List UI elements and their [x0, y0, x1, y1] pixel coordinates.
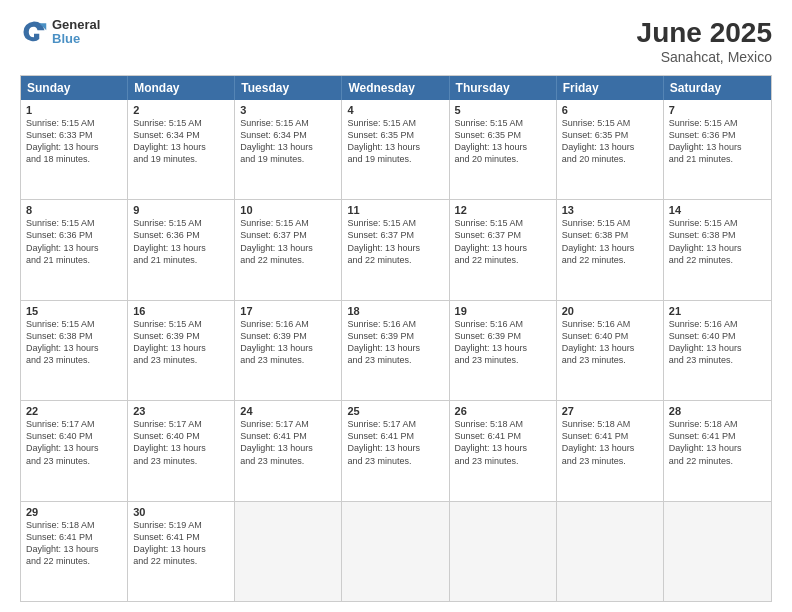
- cell-info: Sunrise: 5:15 AM Sunset: 6:35 PM Dayligh…: [562, 117, 658, 166]
- calendar-cell: 7Sunrise: 5:15 AM Sunset: 6:36 PM Daylig…: [664, 100, 771, 199]
- day-number: 23: [133, 405, 229, 417]
- calendar-cell: 30Sunrise: 5:19 AM Sunset: 6:41 PM Dayli…: [128, 502, 235, 601]
- day-number: 16: [133, 305, 229, 317]
- day-number: 26: [455, 405, 551, 417]
- cell-info: Sunrise: 5:15 AM Sunset: 6:37 PM Dayligh…: [240, 217, 336, 266]
- calendar-header: SundayMondayTuesdayWednesdayThursdayFrid…: [21, 76, 771, 100]
- page: General Blue June 2025 Sanahcat, Mexico …: [0, 0, 792, 612]
- cell-info: Sunrise: 5:15 AM Sunset: 6:35 PM Dayligh…: [347, 117, 443, 166]
- day-number: 3: [240, 104, 336, 116]
- day-number: 17: [240, 305, 336, 317]
- calendar-cell: [450, 502, 557, 601]
- calendar-cell: [664, 502, 771, 601]
- day-number: 7: [669, 104, 766, 116]
- cell-info: Sunrise: 5:15 AM Sunset: 6:37 PM Dayligh…: [455, 217, 551, 266]
- calendar-cell: 17Sunrise: 5:16 AM Sunset: 6:39 PM Dayli…: [235, 301, 342, 400]
- cell-info: Sunrise: 5:18 AM Sunset: 6:41 PM Dayligh…: [455, 418, 551, 467]
- day-number: 4: [347, 104, 443, 116]
- calendar-cell: 23Sunrise: 5:17 AM Sunset: 6:40 PM Dayli…: [128, 401, 235, 500]
- day-number: 1: [26, 104, 122, 116]
- day-number: 15: [26, 305, 122, 317]
- calendar-row: 1Sunrise: 5:15 AM Sunset: 6:33 PM Daylig…: [21, 100, 771, 199]
- day-number: 21: [669, 305, 766, 317]
- day-number: 18: [347, 305, 443, 317]
- calendar-cell: 11Sunrise: 5:15 AM Sunset: 6:37 PM Dayli…: [342, 200, 449, 299]
- calendar-cell: 29Sunrise: 5:18 AM Sunset: 6:41 PM Dayli…: [21, 502, 128, 601]
- cell-info: Sunrise: 5:18 AM Sunset: 6:41 PM Dayligh…: [562, 418, 658, 467]
- logo-line2: Blue: [52, 32, 100, 46]
- cell-info: Sunrise: 5:17 AM Sunset: 6:41 PM Dayligh…: [347, 418, 443, 467]
- cell-info: Sunrise: 5:15 AM Sunset: 6:37 PM Dayligh…: [347, 217, 443, 266]
- calendar-cell: [557, 502, 664, 601]
- cell-info: Sunrise: 5:16 AM Sunset: 6:39 PM Dayligh…: [347, 318, 443, 367]
- day-number: 11: [347, 204, 443, 216]
- cell-info: Sunrise: 5:17 AM Sunset: 6:40 PM Dayligh…: [133, 418, 229, 467]
- day-number: 14: [669, 204, 766, 216]
- weekday-header: Thursday: [450, 76, 557, 100]
- day-number: 22: [26, 405, 122, 417]
- calendar-cell: 26Sunrise: 5:18 AM Sunset: 6:41 PM Dayli…: [450, 401, 557, 500]
- day-number: 27: [562, 405, 658, 417]
- day-number: 28: [669, 405, 766, 417]
- cell-info: Sunrise: 5:15 AM Sunset: 6:34 PM Dayligh…: [240, 117, 336, 166]
- cell-info: Sunrise: 5:15 AM Sunset: 6:38 PM Dayligh…: [26, 318, 122, 367]
- calendar-cell: 15Sunrise: 5:15 AM Sunset: 6:38 PM Dayli…: [21, 301, 128, 400]
- calendar-cell: 9Sunrise: 5:15 AM Sunset: 6:36 PM Daylig…: [128, 200, 235, 299]
- weekday-header: Monday: [128, 76, 235, 100]
- calendar-row: 29Sunrise: 5:18 AM Sunset: 6:41 PM Dayli…: [21, 501, 771, 601]
- calendar-cell: 10Sunrise: 5:15 AM Sunset: 6:37 PM Dayli…: [235, 200, 342, 299]
- cell-info: Sunrise: 5:18 AM Sunset: 6:41 PM Dayligh…: [669, 418, 766, 467]
- cell-info: Sunrise: 5:15 AM Sunset: 6:36 PM Dayligh…: [669, 117, 766, 166]
- day-number: 6: [562, 104, 658, 116]
- cell-info: Sunrise: 5:15 AM Sunset: 6:35 PM Dayligh…: [455, 117, 551, 166]
- calendar-cell: 21Sunrise: 5:16 AM Sunset: 6:40 PM Dayli…: [664, 301, 771, 400]
- day-number: 29: [26, 506, 122, 518]
- calendar-row: 15Sunrise: 5:15 AM Sunset: 6:38 PM Dayli…: [21, 300, 771, 400]
- weekday-header: Saturday: [664, 76, 771, 100]
- cell-info: Sunrise: 5:15 AM Sunset: 6:36 PM Dayligh…: [26, 217, 122, 266]
- calendar-cell: 28Sunrise: 5:18 AM Sunset: 6:41 PM Dayli…: [664, 401, 771, 500]
- day-number: 8: [26, 204, 122, 216]
- weekday-header: Sunday: [21, 76, 128, 100]
- cell-info: Sunrise: 5:15 AM Sunset: 6:38 PM Dayligh…: [562, 217, 658, 266]
- calendar-cell: 2Sunrise: 5:15 AM Sunset: 6:34 PM Daylig…: [128, 100, 235, 199]
- cell-info: Sunrise: 5:16 AM Sunset: 6:39 PM Dayligh…: [455, 318, 551, 367]
- header: General Blue June 2025 Sanahcat, Mexico: [20, 18, 772, 65]
- calendar-cell: 8Sunrise: 5:15 AM Sunset: 6:36 PM Daylig…: [21, 200, 128, 299]
- day-number: 24: [240, 405, 336, 417]
- cell-info: Sunrise: 5:15 AM Sunset: 6:39 PM Dayligh…: [133, 318, 229, 367]
- cell-info: Sunrise: 5:15 AM Sunset: 6:34 PM Dayligh…: [133, 117, 229, 166]
- calendar-cell: 24Sunrise: 5:17 AM Sunset: 6:41 PM Dayli…: [235, 401, 342, 500]
- cell-info: Sunrise: 5:19 AM Sunset: 6:41 PM Dayligh…: [133, 519, 229, 568]
- day-number: 12: [455, 204, 551, 216]
- calendar-cell: 5Sunrise: 5:15 AM Sunset: 6:35 PM Daylig…: [450, 100, 557, 199]
- day-number: 9: [133, 204, 229, 216]
- calendar-title: June 2025: [637, 18, 772, 49]
- logo: General Blue: [20, 18, 100, 47]
- day-number: 2: [133, 104, 229, 116]
- calendar-cell: [235, 502, 342, 601]
- weekday-header: Friday: [557, 76, 664, 100]
- cell-info: Sunrise: 5:17 AM Sunset: 6:40 PM Dayligh…: [26, 418, 122, 467]
- calendar-cell: 3Sunrise: 5:15 AM Sunset: 6:34 PM Daylig…: [235, 100, 342, 199]
- calendar: SundayMondayTuesdayWednesdayThursdayFrid…: [20, 75, 772, 602]
- calendar-cell: 4Sunrise: 5:15 AM Sunset: 6:35 PM Daylig…: [342, 100, 449, 199]
- calendar-cell: 1Sunrise: 5:15 AM Sunset: 6:33 PM Daylig…: [21, 100, 128, 199]
- logo-icon: [20, 18, 48, 46]
- cell-info: Sunrise: 5:18 AM Sunset: 6:41 PM Dayligh…: [26, 519, 122, 568]
- calendar-cell: 27Sunrise: 5:18 AM Sunset: 6:41 PM Dayli…: [557, 401, 664, 500]
- calendar-cell: 20Sunrise: 5:16 AM Sunset: 6:40 PM Dayli…: [557, 301, 664, 400]
- cell-info: Sunrise: 5:15 AM Sunset: 6:36 PM Dayligh…: [133, 217, 229, 266]
- title-block: June 2025 Sanahcat, Mexico: [637, 18, 772, 65]
- day-number: 25: [347, 405, 443, 417]
- day-number: 10: [240, 204, 336, 216]
- calendar-subtitle: Sanahcat, Mexico: [637, 49, 772, 65]
- logo-line1: General: [52, 18, 100, 32]
- cell-info: Sunrise: 5:17 AM Sunset: 6:41 PM Dayligh…: [240, 418, 336, 467]
- calendar-row: 8Sunrise: 5:15 AM Sunset: 6:36 PM Daylig…: [21, 199, 771, 299]
- cell-info: Sunrise: 5:15 AM Sunset: 6:33 PM Dayligh…: [26, 117, 122, 166]
- cell-info: Sunrise: 5:16 AM Sunset: 6:39 PM Dayligh…: [240, 318, 336, 367]
- calendar-row: 22Sunrise: 5:17 AM Sunset: 6:40 PM Dayli…: [21, 400, 771, 500]
- day-number: 30: [133, 506, 229, 518]
- day-number: 13: [562, 204, 658, 216]
